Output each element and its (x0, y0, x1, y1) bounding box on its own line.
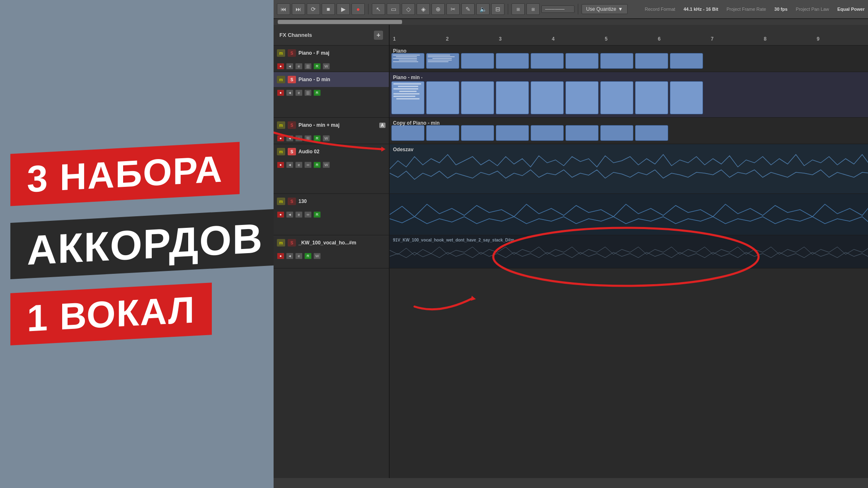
track-1-w-btn[interactable]: W (322, 63, 330, 70)
lane-kw-vocal[interactable]: 91V_KW_100_vocal_hook_wet_dont_have_2_sa… (390, 235, 868, 268)
loop-btn[interactable]: ⟳ (307, 3, 320, 15)
erase-tool[interactable]: ◇ (402, 3, 415, 15)
timeline-ruler: 123456789 (390, 25, 868, 46)
lane-copy-piano-min[interactable]: Copy of Piano - min (390, 118, 868, 144)
stop-btn[interactable]: ■ (322, 3, 335, 15)
track-1-rec-btn[interactable]: ● (277, 63, 284, 70)
zoom-tool[interactable]: ⊕ (432, 3, 445, 15)
track-6-w-btn[interactable]: W (313, 253, 321, 259)
track-4-w-btn[interactable]: W (322, 162, 330, 168)
track-3-e-btn[interactable]: e (295, 135, 303, 142)
scrollbar-thumb[interactable] (278, 20, 402, 24)
lane-piano-fmaj[interactable]: Piano (390, 46, 868, 72)
ruler-number-6: 6 (658, 36, 661, 42)
track-3-solo-btn[interactable]: S (288, 121, 296, 129)
track-3-mixer-btn[interactable]: ||| (304, 135, 312, 142)
bpm-display[interactable]: ────── (541, 5, 575, 13)
chevron-down-icon: ▼ (618, 6, 623, 12)
track-2-rec-btn[interactable]: ● (277, 89, 284, 96)
track-item-piano-dmin: m S Piano - D min ● ◄ e ||| R (274, 72, 389, 118)
track-4-solo-btn[interactable]: S (288, 148, 296, 155)
select-tool[interactable]: ↖ (372, 3, 385, 15)
track-1-solo-btn[interactable]: S (288, 49, 296, 57)
track-4-mute-btn[interactable]: m (277, 148, 285, 155)
track-6-e-btn[interactable]: e (295, 253, 303, 259)
track-3-rec-btn[interactable]: ● (277, 135, 284, 142)
track-2-solo-btn[interactable]: S (288, 76, 296, 83)
cut-tool[interactable]: ✂ (446, 3, 460, 15)
track-5-loop-btn[interactable]: ∞ (304, 211, 312, 218)
play-btn[interactable]: ▶ (337, 3, 350, 15)
track-1-mute-btn[interactable]: m (277, 49, 285, 57)
track-6-r-btn[interactable]: R (304, 253, 312, 259)
rewind-btn[interactable]: ⏮ (277, 3, 290, 15)
add-track-btn[interactable]: + (374, 31, 383, 40)
track-3-mute-btn[interactable]: m (277, 121, 285, 129)
track-3-label-a: A (379, 123, 386, 128)
track-1-header: m S Piano - F maj (274, 46, 389, 60)
fast-forward-btn[interactable]: ⏭ (292, 3, 305, 15)
track-5-rec-btn[interactable]: ● (277, 211, 284, 218)
track-2-controls: ● ◄ e ||| R (274, 87, 389, 99)
ruler-number-2: 2 (446, 36, 449, 42)
pan-law-value: Equal Power (837, 7, 865, 12)
lane-odeszav[interactable]: Odeszav (390, 144, 868, 194)
track-5-mute-btn[interactable]: m (277, 198, 285, 205)
track-6-mute-btn[interactable]: m (277, 239, 285, 246)
pencil-tool[interactable]: ✎ (461, 3, 475, 15)
track-5-prev-btn[interactable]: ◄ (286, 211, 293, 218)
ruler-number-4: 4 (552, 36, 555, 42)
pan-law-label: Project Pan Law (796, 7, 829, 12)
track-item-130: m S 130 ● ◄ e ∞ R (274, 194, 389, 235)
track-4-prev-btn[interactable]: ◄ (286, 162, 293, 168)
track-2-r-btn[interactable]: R (313, 89, 321, 96)
track-2-mute-btn[interactable]: m (277, 76, 285, 83)
track-list: FX Channels + m S Piano - F maj ● ◄ e ||… (274, 25, 390, 478)
track-5-solo-btn[interactable]: S (288, 198, 296, 205)
record-btn[interactable]: ● (352, 3, 365, 15)
track-4-e-btn[interactable]: e (295, 162, 303, 168)
draw-tool[interactable]: ▭ (387, 3, 400, 15)
ruler-number-9: 9 (817, 36, 820, 42)
track-3-header: m S Piano - min + maj A (274, 118, 389, 133)
track-1-mixer-btn[interactable]: ||| (304, 63, 312, 70)
track-6-controls: ● ◄ e R W (274, 250, 389, 262)
lane-3-label: Copy of Piano - min (393, 120, 440, 126)
use-quantize-btn[interactable]: Use Quantize ▼ (582, 4, 628, 14)
track-5-e-btn[interactable]: e (295, 211, 303, 218)
track-6-rec-btn[interactable]: ● (277, 253, 284, 259)
text-1-vokal: 1 ВОКАЛ (27, 289, 195, 339)
left-panel: 3 НАБОРА АККОРДОВ 1 ВОКАЛ (0, 0, 274, 488)
horizontal-scrollbar[interactable] (274, 19, 868, 25)
lane-audio-130[interactable] (390, 194, 868, 235)
lane-4-label: Odeszav (393, 147, 413, 152)
track-4-loop-btn[interactable]: ∞ (304, 162, 312, 168)
track-2-e-btn[interactable]: e (295, 89, 303, 96)
track-5-header: m S 130 (274, 194, 389, 209)
track-2-mixer-btn[interactable]: ||| (304, 89, 312, 96)
track-3-w-btn[interactable]: W (322, 135, 330, 142)
track-6-solo-btn[interactable]: S (288, 239, 296, 246)
fx-channels-label: FX Channels (279, 32, 312, 38)
ruler-number-7: 7 (711, 36, 714, 42)
mixer-btn[interactable]: ⊞ (526, 3, 540, 15)
mute-tool[interactable]: 🔈 (476, 3, 490, 15)
toolbar: ⏮ ⏭ ⟳ ■ ▶ ● ↖ ▭ ◇ ◈ ⊕ ✂ ✎ 🔈 ⊟ ⊞ ⊞ ──────… (274, 0, 868, 19)
track-1-e-btn[interactable]: e (295, 63, 303, 70)
frame-rate-label: Project Frame Rate (727, 7, 766, 12)
track-4-header: m S Audio 02 (274, 144, 389, 159)
track-4-r-btn[interactable]: R (313, 162, 321, 168)
track-3-prev-btn[interactable]: ◄ (286, 135, 293, 142)
track-1-prev-btn[interactable]: ◄ (286, 63, 293, 70)
track-2-prev-btn[interactable]: ◄ (286, 89, 293, 96)
track-6-prev-btn[interactable]: ◄ (286, 253, 293, 259)
lane-piano-dmin[interactable]: Piano - min • (390, 72, 868, 118)
track-1-r-btn[interactable]: R (313, 63, 321, 70)
track-4-rec-btn[interactable]: ● (277, 162, 284, 168)
snap-btn[interactable]: ⊞ (512, 3, 525, 15)
track-5-r-btn[interactable]: R (313, 211, 321, 218)
paint-tool[interactable]: ◈ (417, 3, 430, 15)
track-3-r-btn[interactable]: R (313, 135, 321, 142)
slip-tool[interactable]: ⊟ (491, 3, 504, 15)
lane-6-label: 91V_KW_100_vocal_hook_wet_dont_have_2_sa… (393, 238, 514, 242)
